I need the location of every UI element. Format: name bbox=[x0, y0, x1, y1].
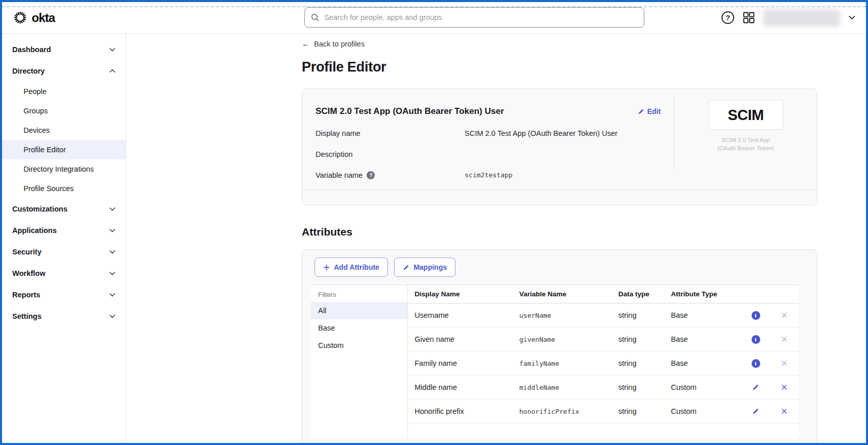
page-title: Profile Editor bbox=[302, 59, 817, 75]
remove-attribute-icon[interactable] bbox=[781, 336, 787, 342]
main-content: ← Back to profiles Profile Editor SCIM 2… bbox=[126, 34, 866, 443]
column-display-name: Display Name bbox=[408, 290, 513, 298]
sidebar-item-label: Security bbox=[12, 248, 41, 256]
account-menu-button[interactable] bbox=[848, 15, 856, 20]
remove-attribute-icon[interactable] bbox=[781, 312, 787, 318]
profile-card-footer bbox=[302, 190, 817, 205]
table-row: Username userName string Base i bbox=[408, 303, 799, 327]
back-arrow-icon: ← bbox=[302, 40, 310, 48]
profile-card-title: SCIM 2.0 Test App (OAuth Bearer Token) U… bbox=[316, 106, 504, 116]
filter-custom[interactable]: Custom bbox=[311, 337, 407, 354]
search-icon bbox=[311, 13, 320, 22]
info-icon[interactable]: i bbox=[752, 335, 760, 344]
remove-attribute-icon[interactable] bbox=[781, 384, 787, 390]
pencil-icon bbox=[638, 108, 644, 115]
search-input[interactable] bbox=[324, 13, 638, 21]
scim-app-logo: SCIM bbox=[709, 100, 783, 130]
chevron-down-icon bbox=[109, 293, 115, 297]
chevron-down-icon bbox=[109, 271, 115, 275]
field-value: scim2testapp bbox=[465, 171, 513, 179]
filter-base[interactable]: Base bbox=[311, 319, 407, 337]
mappings-button[interactable]: Mappings bbox=[394, 257, 455, 277]
sidebar-item-label: Workflow bbox=[12, 269, 45, 277]
table-row: Family name familyName string Base i bbox=[408, 352, 799, 376]
plus-icon bbox=[323, 264, 330, 271]
sidebar-item-devices[interactable]: Devices bbox=[2, 121, 126, 140]
attributes-table: Display Name Variable Name Data type Att… bbox=[408, 285, 799, 439]
table-row-partial bbox=[408, 424, 799, 439]
field-variable-name: Variable name ? scim2testapp bbox=[316, 171, 674, 179]
remove-attribute-icon[interactable] bbox=[781, 360, 787, 366]
variable-name-help-icon[interactable]: ? bbox=[367, 171, 375, 179]
table-header: Display Name Variable Name Data type Att… bbox=[408, 285, 799, 303]
chevron-down-icon bbox=[109, 48, 115, 52]
okta-admin-console: { "colors": { "frame_blue": "#156bc9", "… bbox=[0, 0, 868, 445]
sidebar-item-security[interactable]: Security bbox=[2, 241, 126, 263]
sidebar-item-applications[interactable]: Applications bbox=[2, 220, 126, 241]
sidebar-item-label: Settings bbox=[12, 312, 41, 320]
filters-panel: Filters All Base Custom bbox=[311, 285, 408, 439]
top-navigation-bar: okta ? bbox=[2, 2, 866, 34]
field-value: SCIM 2.0 Test App (OAuth Bearer Token) U… bbox=[465, 129, 617, 137]
app-logo-section: SCIM SCIM 2.0 Test App (OAuth Bearer Tok… bbox=[674, 97, 817, 171]
sidebar-item-profile-editor[interactable]: Profile Editor bbox=[2, 140, 126, 159]
sidebar-item-label: Applications bbox=[12, 226, 57, 235]
sidebar-item-workflow[interactable]: Workflow bbox=[2, 263, 126, 284]
remove-attribute-icon[interactable] bbox=[781, 408, 787, 414]
edit-attribute-icon[interactable] bbox=[752, 384, 759, 391]
column-data-type: Data type bbox=[612, 290, 664, 298]
sidebar-navigation: Dashboard Directory People Groups Device… bbox=[2, 34, 126, 443]
chevron-down-icon bbox=[109, 250, 115, 254]
attributes-heading: Attributes bbox=[302, 226, 817, 238]
back-link-label: Back to profiles bbox=[314, 40, 365, 48]
column-attribute-type: Attribute Type bbox=[664, 290, 741, 298]
field-label: Variable name bbox=[316, 171, 363, 179]
field-label: Display name bbox=[316, 129, 465, 137]
edit-attribute-icon[interactable] bbox=[752, 408, 759, 415]
column-variable-name: Variable Name bbox=[513, 290, 612, 298]
sidebar-item-settings[interactable]: Settings bbox=[2, 306, 126, 327]
table-row: Given name givenName string Base i bbox=[408, 327, 799, 352]
back-to-profiles-link[interactable]: ← Back to profiles bbox=[302, 40, 365, 48]
sidebar-item-dashboard[interactable]: Dashboard bbox=[2, 39, 126, 60]
apps-grid-button[interactable] bbox=[742, 11, 755, 24]
sidebar-item-label: Dashboard bbox=[12, 45, 51, 54]
chevron-down-icon bbox=[109, 207, 115, 211]
sidebar-item-groups[interactable]: Groups bbox=[2, 101, 126, 121]
pencil-icon bbox=[403, 264, 409, 271]
sidebar-item-label: Customizations bbox=[12, 205, 67, 213]
sidebar-item-reports[interactable]: Reports bbox=[2, 284, 126, 306]
attributes-panel: Add Attribute Mappings Filters All Base … bbox=[302, 249, 817, 443]
info-icon[interactable]: i bbox=[752, 359, 760, 368]
info-icon[interactable]: i bbox=[752, 311, 760, 320]
edit-profile-button[interactable]: Edit bbox=[638, 107, 661, 115]
chevron-down-icon bbox=[848, 15, 856, 20]
sidebar-item-directory[interactable]: Directory bbox=[2, 60, 126, 82]
table-row: Honorific prefix honorificPrefix string … bbox=[408, 400, 799, 424]
sidebar-item-label: Reports bbox=[12, 291, 40, 299]
filter-all[interactable]: All bbox=[311, 302, 407, 319]
okta-brand[interactable]: okta bbox=[13, 11, 55, 25]
sidebar-item-people[interactable]: People bbox=[2, 82, 126, 101]
sidebar-item-profile-sources[interactable]: Profile Sources bbox=[2, 179, 126, 198]
field-display-name: Display name SCIM 2.0 Test App (OAuth Be… bbox=[316, 129, 674, 137]
help-button[interactable]: ? bbox=[721, 11, 734, 24]
filters-label: Filters bbox=[311, 285, 407, 302]
profile-summary-card: SCIM 2.0 Test App (OAuth Bearer Token) U… bbox=[302, 88, 817, 205]
table-row: Middle name middleName string Custom bbox=[408, 376, 799, 400]
add-attribute-button[interactable]: Add Attribute bbox=[315, 257, 388, 277]
edit-label: Edit bbox=[647, 107, 661, 115]
chevron-up-icon bbox=[109, 69, 115, 73]
field-label: Description bbox=[316, 150, 465, 158]
chevron-down-icon bbox=[109, 314, 115, 318]
okta-wordmark: okta bbox=[32, 11, 55, 25]
app-logo-caption: SCIM 2.0 Test App (OAuth Bearer Token) bbox=[717, 136, 775, 152]
global-search[interactable] bbox=[304, 7, 644, 28]
chevron-down-icon bbox=[109, 228, 115, 232]
question-mark-icon: ? bbox=[726, 14, 730, 22]
sidebar-item-customizations[interactable]: Customizations bbox=[2, 198, 126, 220]
field-description: Description bbox=[316, 150, 674, 158]
sidebar-item-directory-integrations[interactable]: Directory Integrations bbox=[2, 159, 126, 179]
topbar-actions: ? bbox=[721, 2, 856, 33]
account-name-redacted[interactable] bbox=[763, 9, 840, 27]
